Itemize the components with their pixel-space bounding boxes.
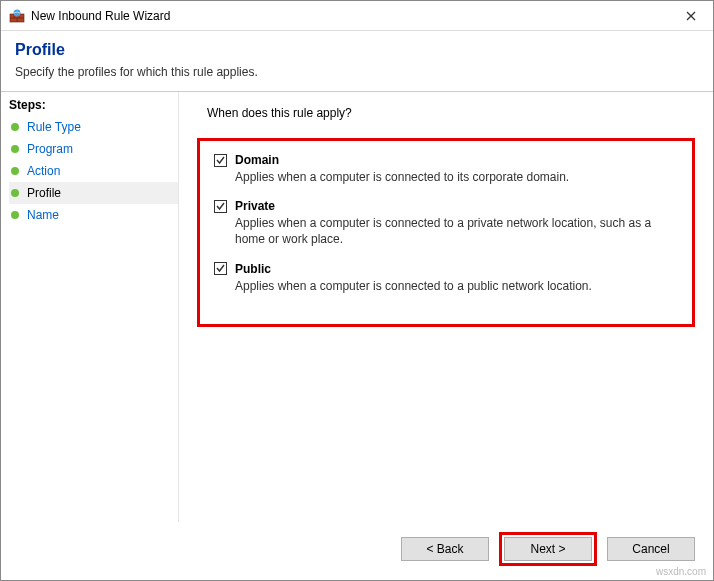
profiles-highlight-box: Domain Applies when a computer is connec… [197, 138, 695, 327]
question-text: When does this rule apply? [207, 106, 695, 120]
step-bullet-icon [11, 123, 19, 131]
private-checkbox[interactable] [214, 200, 227, 213]
profile-public: Public Applies when a computer is connec… [214, 262, 678, 294]
cancel-button[interactable]: Cancel [607, 537, 695, 561]
profile-desc: Applies when a computer is connected to … [235, 215, 678, 247]
profile-name: Domain [235, 153, 279, 167]
step-bullet-icon [11, 167, 19, 175]
step-profile[interactable]: Profile [9, 182, 178, 204]
wizard-body: Steps: Rule Type Program Action Profile … [1, 92, 713, 522]
window-title: New Inbound Rule Wizard [31, 9, 677, 23]
profile-name: Private [235, 199, 275, 213]
profile-private: Private Applies when a computer is conne… [214, 199, 678, 247]
back-button[interactable]: < Back [401, 537, 489, 561]
titlebar: New Inbound Rule Wizard [1, 1, 713, 31]
wizard-footer: < Back Next > Cancel [1, 522, 713, 580]
step-label: Action [27, 164, 60, 178]
steps-label: Steps: [9, 98, 178, 112]
step-program[interactable]: Program [9, 138, 178, 160]
step-label: Rule Type [27, 120, 81, 134]
firewall-icon [9, 8, 25, 24]
steps-sidebar: Steps: Rule Type Program Action Profile … [1, 92, 179, 522]
page-subtitle: Specify the profiles for which this rule… [15, 65, 699, 79]
wizard-window: New Inbound Rule Wizard Profile Specify … [0, 0, 714, 581]
profile-desc: Applies when a computer is connected to … [235, 278, 678, 294]
profile-name: Public [235, 262, 271, 276]
step-name[interactable]: Name [9, 204, 178, 226]
step-bullet-icon [11, 189, 19, 197]
main-panel: When does this rule apply? Domain Applie… [179, 92, 713, 522]
step-rule-type[interactable]: Rule Type [9, 116, 178, 138]
step-bullet-icon [11, 145, 19, 153]
step-label: Name [27, 208, 59, 222]
step-bullet-icon [11, 211, 19, 219]
step-action[interactable]: Action [9, 160, 178, 182]
profile-desc: Applies when a computer is connected to … [235, 169, 678, 185]
wizard-header: Profile Specify the profiles for which t… [1, 31, 713, 91]
domain-checkbox[interactable] [214, 154, 227, 167]
step-label: Profile [27, 186, 61, 200]
page-title: Profile [15, 41, 699, 59]
profile-domain: Domain Applies when a computer is connec… [214, 153, 678, 185]
public-checkbox[interactable] [214, 262, 227, 275]
next-button-highlight: Next > [499, 532, 597, 566]
next-button[interactable]: Next > [504, 537, 592, 561]
close-button[interactable] [677, 6, 705, 26]
step-label: Program [27, 142, 73, 156]
